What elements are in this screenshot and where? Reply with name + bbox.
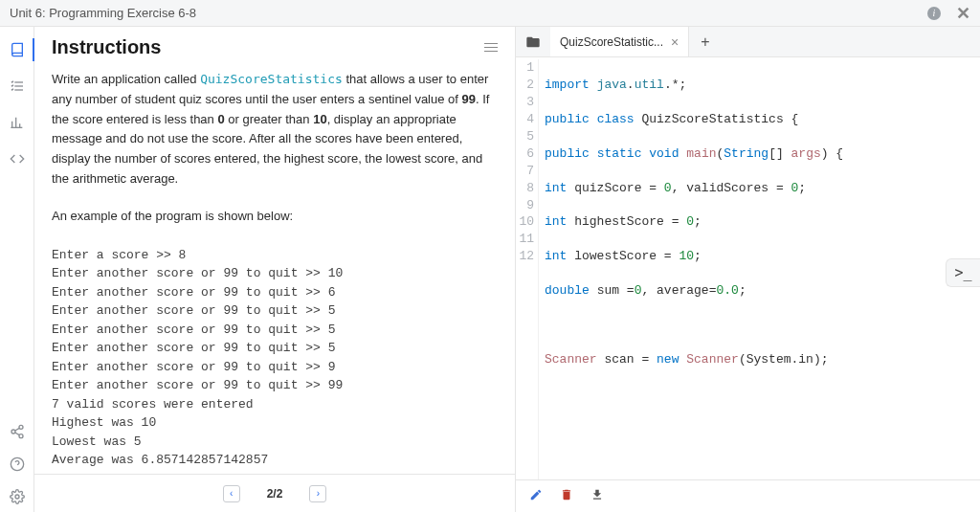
editor-footer (516, 479, 980, 512)
gutter: 1 2 3 4 5 6 7 8 9 10 11 12 (516, 59, 539, 479)
share-icon[interactable] (10, 424, 25, 439)
code-icon[interactable] (10, 151, 25, 167)
editor-pane: QuizScoreStatistic... × + 1 2 3 4 5 6 7 … (516, 27, 980, 512)
tab-add-button[interactable]: + (689, 27, 721, 56)
inline-code: QuizScoreStatistics (200, 72, 343, 86)
download-icon[interactable] (590, 488, 604, 504)
topbar-actions: i ✕ (927, 5, 970, 22)
pager-prev-button[interactable]: ‹ (223, 485, 240, 502)
book-icon[interactable] (10, 42, 25, 57)
example-output: Enter a score >> 8 Enter another score o… (52, 246, 498, 470)
svg-point-9 (19, 434, 23, 438)
close-icon[interactable]: ✕ (956, 5, 970, 22)
chart-icon[interactable] (10, 115, 25, 130)
edit-icon[interactable] (529, 488, 543, 504)
svg-line-11 (15, 428, 20, 431)
info-icon[interactable]: i (927, 7, 941, 20)
instructions-header: Instructions (34, 27, 515, 66)
code-editor[interactable]: 1 2 3 4 5 6 7 8 9 10 11 12 import java.u… (516, 57, 980, 479)
tab-row: QuizScoreStatistic... × + (516, 27, 980, 57)
instructions-pane: Instructions Write an application called… (34, 27, 516, 512)
svg-point-14 (15, 495, 19, 499)
pager-label: 2/2 (267, 487, 283, 501)
svg-point-7 (19, 425, 23, 429)
menu-icon[interactable] (484, 43, 498, 52)
code-content[interactable]: import java.util.*; public class QuizSco… (539, 59, 843, 479)
trash-icon[interactable] (560, 488, 573, 504)
terminal-toggle[interactable]: >_ (946, 258, 980, 287)
tab-active[interactable]: QuizScoreStatistic... × (550, 27, 689, 56)
top-bar: Unit 6: Programming Exercise 6-8 i ✕ (0, 0, 980, 27)
folder-icon[interactable] (516, 27, 550, 56)
checklist-icon[interactable] (10, 78, 25, 94)
instructions-body[interactable]: Write an application called QuizScoreSta… (34, 66, 515, 474)
tab-label: QuizScoreStatistic... (560, 35, 663, 49)
page-title: Unit 6: Programming Exercise 6-8 (10, 6, 196, 20)
left-rail-bottom (0, 424, 34, 504)
svg-point-8 (11, 430, 15, 434)
main-area: Instructions Write an application called… (0, 27, 980, 512)
instructions-title: Instructions (52, 36, 161, 58)
svg-line-10 (15, 433, 20, 435)
help-icon[interactable] (10, 456, 25, 472)
gear-icon[interactable] (10, 489, 25, 504)
instructions-paragraph: Write an application called QuizScoreSta… (52, 70, 498, 189)
tab-close-icon[interactable]: × (671, 34, 679, 50)
pager-next-button[interactable]: › (309, 485, 326, 502)
pager: ‹ 2/2 › (34, 474, 515, 512)
example-lead: An example of the program is shown below… (52, 207, 498, 227)
